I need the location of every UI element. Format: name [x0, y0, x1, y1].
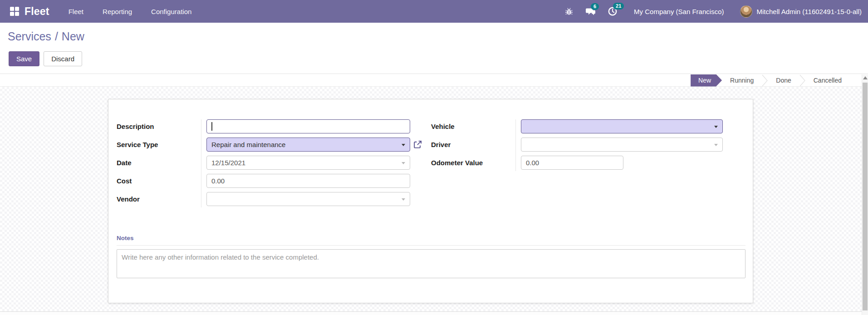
notes-divider: [117, 245, 745, 246]
menu-fleet[interactable]: Fleet: [69, 8, 83, 15]
field-row-driver: Driver: [431, 138, 745, 152]
company-switcher[interactable]: My Company (San Francisco): [634, 8, 724, 15]
driver-label: Driver: [431, 141, 521, 148]
stage-cancelled[interactable]: Cancelled: [805, 74, 850, 86]
user-menu[interactable]: Mitchell Admin (11602491-15-0-all): [740, 5, 862, 18]
messages-menu[interactable]: 6: [585, 7, 596, 16]
chevron-down-icon: [402, 144, 405, 146]
chevron-down-icon: [714, 126, 718, 128]
chevron-down-icon: [402, 198, 405, 201]
control-panel: Services/New Save Discard: [0, 23, 868, 74]
breadcrumb-services-link[interactable]: Services: [8, 30, 51, 43]
date-input[interactable]: 12/15/2021: [206, 156, 410, 170]
vendor-label: Vendor: [117, 195, 206, 203]
user-name: Mitchell Admin (11602491-15-0-all): [756, 8, 862, 15]
odoo-fleet-screen: Fleet Fleet Reporting Configuration: [0, 0, 868, 315]
stage-separator: [762, 74, 768, 87]
statusbar: New Running Done Cancelled: [0, 74, 862, 87]
field-row-vendor: Vendor: [117, 192, 431, 206]
scrollbar-thumb[interactable]: [863, 83, 868, 310]
bug-icon: [564, 7, 574, 16]
activities-count-badge: 21: [613, 3, 624, 10]
stage-running[interactable]: Running: [722, 74, 762, 86]
service-type-dropdown[interactable]: Repair and maintenance: [206, 138, 410, 152]
cost-label: Cost: [117, 177, 206, 185]
vendor-dropdown[interactable]: [206, 192, 410, 206]
service-type-label: Service Type: [117, 141, 206, 148]
date-label: Date: [117, 159, 206, 167]
form-right-column: Vehicle Driver Odometer Value: [431, 119, 745, 174]
breadcrumb: Services/New: [8, 30, 84, 43]
odometer-value-input[interactable]: 0.00: [521, 156, 623, 170]
form-view-background: Description Service Type Repair and main…: [0, 87, 862, 311]
odometer-value-label: Odometer Value: [431, 159, 521, 167]
systray: 6 21 My Company (San Francisco) Mitchell…: [553, 5, 862, 18]
vehicle-label: Vehicle: [431, 123, 521, 130]
app-brand-title[interactable]: Fleet: [25, 5, 49, 18]
top-navbar: Fleet Fleet Reporting Configuration: [0, 0, 868, 23]
driver-dropdown[interactable]: [521, 138, 723, 152]
breadcrumb-current: New: [62, 30, 84, 43]
user-avatar: [740, 5, 752, 18]
stage-new[interactable]: New: [691, 74, 722, 87]
apps-menu-icon[interactable]: [9, 6, 20, 17]
label-separator-line: [515, 119, 516, 171]
description-label: Description: [117, 123, 206, 130]
field-row-description: Description: [117, 119, 431, 133]
vehicle-dropdown[interactable]: [521, 119, 723, 133]
menu-reporting[interactable]: Reporting: [103, 8, 132, 15]
service-type-external-link-icon[interactable]: [413, 140, 422, 149]
debug-bug-icon[interactable]: [564, 7, 574, 16]
label-separator-line: [201, 119, 201, 207]
stage-done[interactable]: Done: [768, 74, 799, 86]
cost-input[interactable]: 0.00: [206, 174, 410, 188]
notes-textarea[interactable]: [117, 249, 745, 278]
vertical-scrollbar[interactable]: [862, 74, 868, 315]
top-menu: Fleet Reporting Configuration: [69, 8, 192, 15]
field-row-cost: Cost 0.00: [117, 174, 431, 188]
grid-icon: [10, 6, 20, 16]
discard-button[interactable]: Discard: [44, 51, 82, 66]
text-cursor: [211, 122, 212, 131]
chevron-down-icon: [714, 144, 718, 146]
stage-separator: [799, 74, 805, 87]
scroll-up-arrow-icon[interactable]: [863, 76, 868, 79]
field-row-odometer: Odometer Value 0.00: [431, 156, 745, 170]
field-row-service-type: Service Type Repair and maintenance: [117, 138, 431, 152]
chevron-down-icon: [402, 162, 405, 164]
field-row-date: Date 12/15/2021: [117, 156, 431, 170]
description-input[interactable]: [206, 119, 410, 133]
field-row-vehicle: Vehicle: [431, 119, 745, 133]
breadcrumb-separator: /: [55, 30, 58, 43]
form-sheet: Description Service Type Repair and main…: [108, 99, 753, 303]
save-button[interactable]: Save: [9, 51, 39, 66]
chatter-top-edge: [0, 311, 862, 315]
messages-count-badge: 6: [591, 3, 599, 10]
form-left-column: Description Service Type Repair and main…: [117, 119, 431, 210]
notes-section-title: Notes: [117, 235, 134, 241]
activities-menu[interactable]: 21: [608, 6, 618, 16]
menu-configuration[interactable]: Configuration: [151, 8, 191, 15]
form-action-buttons: Save Discard: [9, 51, 82, 66]
